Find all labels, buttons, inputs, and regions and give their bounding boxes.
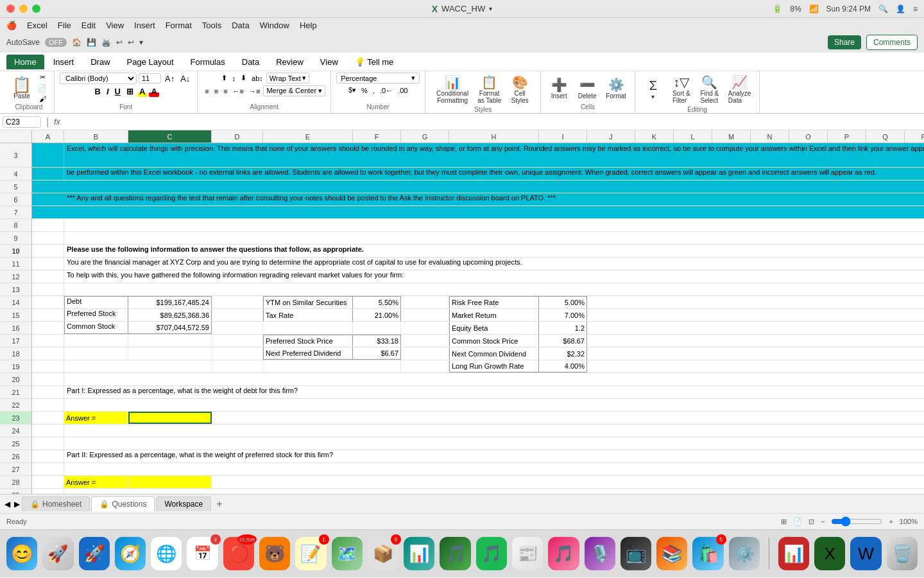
bold-button[interactable]: B xyxy=(93,86,103,97)
undo-icon[interactable]: ↩ xyxy=(116,38,123,47)
underline-button[interactable]: U xyxy=(113,86,123,97)
cell-A25[interactable] xyxy=(32,437,64,450)
cell-A5[interactable] xyxy=(32,180,64,193)
formula-input[interactable] xyxy=(63,117,922,127)
cell-H14[interactable]: Risk Free Rate xyxy=(449,296,539,308)
col-header-I[interactable]: I xyxy=(539,130,587,143)
row-header-7[interactable]: 7 xyxy=(0,206,31,219)
tab-view[interactable]: View xyxy=(312,55,346,69)
dock-news[interactable]: 📰 xyxy=(512,537,543,570)
cell-B21-span[interactable]: Part I: Expressed as a percentage, what … xyxy=(64,386,924,398)
cell-rest-7[interactable] xyxy=(64,206,924,218)
cell-H17[interactable]: Common Stock Price xyxy=(449,335,539,347)
cell-E14[interactable]: YTM on Similar Securities xyxy=(263,296,353,308)
cell-G16[interactable] xyxy=(401,322,449,334)
share-button[interactable]: Share xyxy=(828,35,861,49)
row-header-14[interactable]: 14 xyxy=(0,296,31,309)
font-color-button[interactable]: A xyxy=(149,86,158,97)
dock-finder[interactable]: 😊 xyxy=(6,537,37,570)
cell-I18[interactable]: $2.32 xyxy=(539,347,587,360)
decrease-indent-button[interactable]: ←≡ xyxy=(231,87,246,96)
conditional-formatting-button[interactable]: 📊 ConditionalFormatting xyxy=(433,73,472,106)
dock-notes[interactable]: 📝 1 xyxy=(295,537,326,570)
home-icon[interactable]: 🏠 xyxy=(72,38,81,47)
format-painter-button[interactable]: 🖌 xyxy=(36,94,49,103)
cell-G14[interactable] xyxy=(401,296,449,308)
cell-A7[interactable] xyxy=(32,206,64,218)
col-header-D[interactable]: D xyxy=(212,130,263,143)
cell-B15[interactable]: Preferred Stock xyxy=(64,309,128,321)
cell-A22[interactable] xyxy=(32,399,64,411)
col-header-O[interactable]: O xyxy=(789,130,828,143)
align-bottom-button[interactable]: ⬇ xyxy=(239,73,248,83)
cell-A28[interactable] xyxy=(32,476,64,488)
row-header-29[interactable]: 29 xyxy=(0,489,31,494)
normal-view-icon[interactable]: ⊞ xyxy=(781,518,787,526)
cell-A18[interactable] xyxy=(32,347,64,360)
cell-B11-span[interactable]: You are the financial manager at XYZ Cor… xyxy=(64,258,924,270)
row-header-18[interactable]: 18 xyxy=(0,347,31,360)
row-header-11[interactable]: 11 xyxy=(0,258,31,270)
cell-rest-27[interactable] xyxy=(64,463,924,475)
cell-C17[interactable] xyxy=(128,335,212,347)
col-header-L[interactable]: L xyxy=(674,130,712,143)
cell-A8[interactable] xyxy=(32,219,64,231)
search-icon[interactable]: 🔍 xyxy=(878,4,888,13)
cell-H18[interactable]: Next Common Dividend xyxy=(449,347,539,360)
tab-formulas[interactable]: Formulas xyxy=(183,55,233,69)
cell-A16[interactable] xyxy=(32,322,64,334)
cell-G15[interactable] xyxy=(401,309,449,321)
row-header-26[interactable]: 26 xyxy=(0,450,31,463)
col-header-P[interactable]: P xyxy=(828,130,866,143)
dock-rocket[interactable]: 🚀 xyxy=(79,537,110,570)
dock-spotify[interactable]: 🎵 xyxy=(476,537,507,570)
cell-E17[interactable]: Preferred Stock Price xyxy=(263,335,353,347)
row-header-9[interactable]: 9 xyxy=(0,232,31,245)
fill-color-button[interactable]: A xyxy=(137,86,147,97)
cell-D15[interactable] xyxy=(212,309,263,321)
cell-G19[interactable] xyxy=(401,360,449,372)
cell-A20[interactable] xyxy=(32,373,64,385)
menu-file[interactable]: File xyxy=(58,21,71,30)
cell-A17[interactable] xyxy=(32,335,64,347)
tab-home[interactable]: Home xyxy=(6,55,44,69)
cell-B10-span[interactable]: Please use the following information to … xyxy=(64,245,924,257)
row-header-4[interactable]: 4 xyxy=(0,168,31,180)
sheet-tab-workspace[interactable]: Workspace xyxy=(156,496,211,511)
row-header-21[interactable]: 21 xyxy=(0,386,31,399)
cell-rest-28[interactable] xyxy=(212,476,924,488)
page-layout-icon[interactable]: 📄 xyxy=(793,518,802,526)
redo-icon[interactable]: ↩ xyxy=(128,38,134,47)
italic-button[interactable]: I xyxy=(105,86,111,97)
cell-B6-span[interactable]: *** Any and all questions regarding the … xyxy=(64,193,924,206)
find-select-button[interactable]: 🔍 Find &Select xyxy=(697,73,723,106)
cut-button[interactable]: ✂ xyxy=(36,73,49,82)
zoom-in-button[interactable]: + xyxy=(889,518,893,525)
cell-C23-selected[interactable] xyxy=(128,412,212,424)
dropdown-arrow[interactable]: ▾ xyxy=(489,5,492,12)
cell-A27[interactable] xyxy=(32,463,64,475)
row-header-23[interactable]: 23 xyxy=(0,412,31,425)
cell-D16[interactable] xyxy=(212,322,263,334)
cell-C16[interactable]: $707,044,572.59 xyxy=(128,322,212,334)
cell-A19[interactable] xyxy=(32,360,64,372)
row-header-27[interactable]: 27 xyxy=(0,463,31,476)
cell-reference-input[interactable] xyxy=(3,116,41,128)
percent-button[interactable]: % xyxy=(359,86,370,95)
print-icon[interactable]: 🖨️ xyxy=(101,38,111,47)
wrap-text-button[interactable]: Wrap Text ▾ xyxy=(266,73,309,83)
menu-edit[interactable]: Edit xyxy=(81,21,96,30)
cell-B17[interactable] xyxy=(64,335,128,347)
cell-H19[interactable]: Long Run Growth Rate xyxy=(449,360,539,372)
cell-D19[interactable] xyxy=(212,360,263,372)
cell-rest-8[interactable] xyxy=(64,219,924,231)
cell-rest-19[interactable] xyxy=(587,360,924,372)
row-header-5[interactable]: 5 xyxy=(0,180,31,193)
row-header-16[interactable]: 16 xyxy=(0,322,31,335)
align-left-button[interactable]: ≡ xyxy=(203,87,210,96)
menu-tools[interactable]: Tools xyxy=(202,21,221,30)
row-header-28[interactable]: 28 xyxy=(0,476,31,489)
row-header-6[interactable]: 6 xyxy=(0,193,31,206)
cell-rest-16[interactable] xyxy=(587,322,924,334)
cell-D14[interactable] xyxy=(212,296,263,308)
